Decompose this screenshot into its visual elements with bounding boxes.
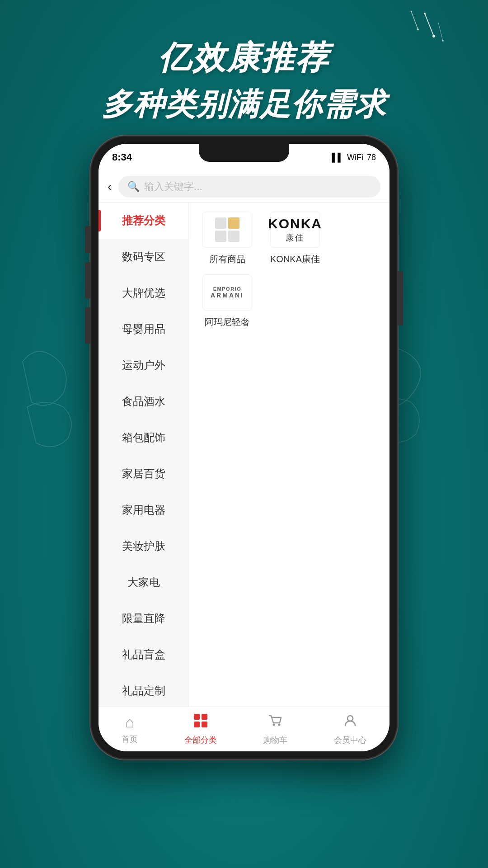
svg-rect-11 xyxy=(202,722,207,727)
brand-item-konka[interactable]: KONKA 康佳 KONKA康佳 xyxy=(266,212,324,265)
svg-rect-8 xyxy=(194,714,200,720)
headline-2: 多种类别满足你需求 xyxy=(0,84,488,125)
volume-mute-button xyxy=(85,226,90,253)
nav-item-cart[interactable]: 购物车 xyxy=(263,713,287,745)
sidebar-item-limited[interactable]: 限量直降 xyxy=(99,600,188,637)
konka-chinese-name: 康佳 xyxy=(286,232,305,243)
armani-logo-box: EMPORIO ARMANI xyxy=(202,274,252,311)
phone-frame: 8:34 ▌▌ WiFi 78 ‹ 🔍 输入关键字... 推荐分 xyxy=(90,136,398,760)
headline-1: 亿效康推荐 xyxy=(0,36,488,80)
armani-label: 阿玛尼轻奢 xyxy=(205,316,250,328)
svg-rect-9 xyxy=(202,714,207,720)
sidebar-item-outdoor[interactable]: 运动户外 xyxy=(99,347,188,383)
all-products-icon xyxy=(215,217,239,242)
grid-sq-1 xyxy=(215,217,226,229)
category-sidebar: 推荐分类 数码专区 大牌优选 母婴用品 运动户外 食品酒水 箱包配饰 家居百货 … xyxy=(99,203,189,706)
home-icon: ⌂ xyxy=(125,713,135,731)
brands-content: 所有商品 KONKA 康佳 KONKA康佳 xyxy=(189,203,389,706)
member-icon xyxy=(343,713,358,732)
sidebar-item-beauty[interactable]: 美妆护肤 xyxy=(99,528,188,564)
armani-logo-line1: EMPORIO xyxy=(211,286,244,292)
nav-home-label: 首页 xyxy=(122,734,138,745)
search-bar: ‹ 🔍 输入关键字... xyxy=(99,171,389,203)
konka-brand-name: KONKA xyxy=(268,216,322,231)
volume-up-button xyxy=(85,262,90,298)
sidebar-item-appliances[interactable]: 家用电器 xyxy=(99,492,188,528)
sidebar-item-digital[interactable]: 数码专区 xyxy=(99,239,188,275)
sidebar-item-home[interactable]: 家居百货 xyxy=(99,456,188,492)
grid-sq-2 xyxy=(228,217,239,229)
sidebar-item-bags[interactable]: 箱包配饰 xyxy=(99,420,188,456)
nav-item-home[interactable]: ⌂ 首页 xyxy=(122,713,138,745)
back-button[interactable]: ‹ xyxy=(108,179,112,194)
svg-point-13 xyxy=(278,723,281,726)
konka-logo: KONKA 康佳 xyxy=(268,216,322,243)
sidebar-item-recommended[interactable]: 推荐分类 xyxy=(99,203,188,239)
konka-logo-box: KONKA 康佳 xyxy=(270,212,320,248)
svg-point-14 xyxy=(347,716,353,721)
grid-sq-4 xyxy=(228,231,239,242)
phone-screen: 8:34 ▌▌ WiFi 78 ‹ 🔍 输入关键字... 推荐分 xyxy=(99,144,389,751)
nav-categories-label: 全部分类 xyxy=(184,735,217,745)
power-button xyxy=(398,271,403,326)
phone-notch xyxy=(199,144,289,162)
status-time: 8:34 xyxy=(112,151,132,163)
sidebar-item-brands[interactable]: 大牌优选 xyxy=(99,275,188,311)
brand-item-all[interactable]: 所有商品 xyxy=(198,212,257,265)
sidebar-item-giftcustom[interactable]: 礼品定制 xyxy=(99,673,188,706)
categories-icon xyxy=(193,713,208,732)
phone-mockup: 8:34 ▌▌ WiFi 78 ‹ 🔍 输入关键字... 推荐分 xyxy=(90,136,398,760)
bottom-navigation: ⌂ 首页 全部分类 xyxy=(99,706,389,751)
search-input-container[interactable]: 🔍 输入关键字... xyxy=(118,176,380,198)
armani-logo-line2: ARMANI xyxy=(211,292,244,299)
nav-cart-label: 购物车 xyxy=(263,735,287,745)
brand-item-armani[interactable]: EMPORIO ARMANI 阿玛尼轻奢 xyxy=(198,274,257,328)
battery-icon: 78 xyxy=(367,153,376,162)
svg-rect-10 xyxy=(194,722,200,727)
cart-icon xyxy=(267,713,283,732)
konka-label: KONKA康佳 xyxy=(270,253,320,265)
status-icons: ▌▌ WiFi 78 xyxy=(332,153,376,162)
all-products-logo xyxy=(202,212,252,248)
nav-member-label: 会员中心 xyxy=(334,735,366,745)
sidebar-item-maternal[interactable]: 母婴用品 xyxy=(99,311,188,347)
armani-logo: EMPORIO ARMANI xyxy=(211,286,244,299)
search-placeholder-text: 输入关键字... xyxy=(144,180,202,193)
main-content: 推荐分类 数码专区 大牌优选 母婴用品 运动户外 食品酒水 箱包配饰 家居百货 … xyxy=(99,203,389,706)
svg-point-12 xyxy=(273,723,275,726)
header-section: 亿效康推荐 多种类别满足你需求 xyxy=(0,36,488,125)
sidebar-item-bigappliances[interactable]: 大家电 xyxy=(99,564,188,600)
sidebar-item-food[interactable]: 食品酒水 xyxy=(99,383,188,420)
all-products-label: 所有商品 xyxy=(209,253,245,265)
nav-item-member[interactable]: 会员中心 xyxy=(334,713,366,745)
grid-sq-3 xyxy=(215,231,226,242)
volume-down-button xyxy=(85,307,90,344)
signal-icon: ▌▌ xyxy=(332,153,343,162)
brands-row: 所有商品 KONKA 康佳 KONKA康佳 xyxy=(198,212,380,328)
search-icon: 🔍 xyxy=(127,181,140,193)
nav-item-categories[interactable]: 全部分类 xyxy=(184,713,217,745)
wifi-icon: WiFi xyxy=(347,153,363,162)
sidebar-item-giftbox[interactable]: 礼品盲盒 xyxy=(99,637,188,673)
